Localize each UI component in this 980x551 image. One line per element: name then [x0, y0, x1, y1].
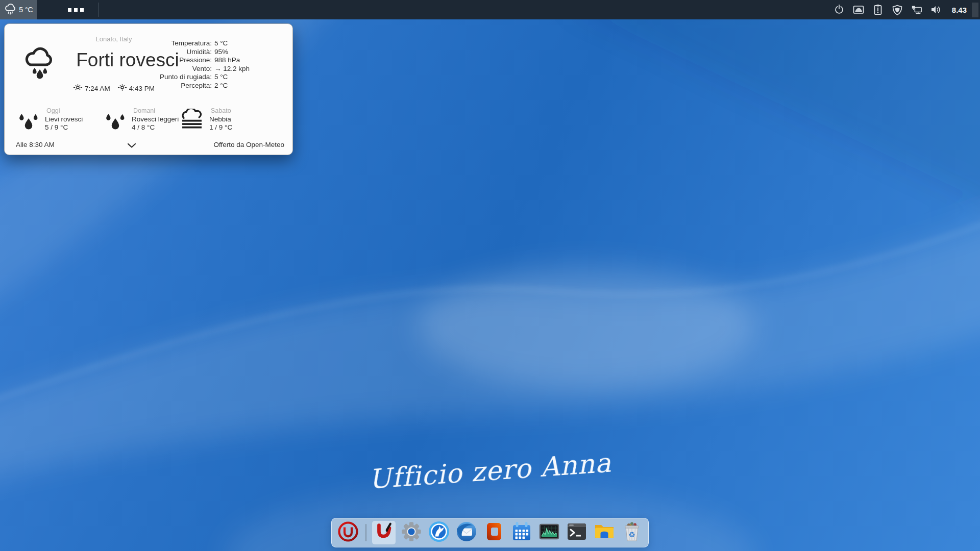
system-tray: 8.43	[829, 0, 980, 19]
rain-drops-icon	[105, 110, 126, 133]
sunset-icon	[117, 83, 127, 94]
shield-icon[interactable]	[892, 4, 903, 15]
calendar-icon	[511, 521, 532, 544]
weather-chip-temperature: 5 °C	[19, 6, 33, 14]
dock-separator	[365, 524, 366, 541]
panel-expander[interactable]	[972, 3, 978, 17]
dock-item-terminal[interactable]	[565, 521, 589, 544]
dock-item-calendar[interactable]	[510, 521, 533, 544]
thunderbird-icon	[456, 521, 477, 544]
forecast-item: Sabato Nebbia 1 / 9 °C	[180, 107, 232, 132]
chevron-down-icon[interactable]	[126, 141, 137, 149]
dock-item-system-monitor[interactable]	[537, 521, 561, 544]
weather-attribution: Offerto da Open-Meteo	[213, 141, 284, 148]
weather-popup: Lonato, Italy Forti rovesci	[4, 23, 293, 155]
dock-item-office[interactable]	[482, 521, 506, 544]
dock-item-librewolf[interactable]	[427, 521, 451, 544]
sunrise-icon	[73, 83, 83, 94]
clipboard-alert-icon[interactable]	[872, 4, 884, 15]
three-dots-icon[interactable]	[68, 0, 84, 19]
dock-item-settings[interactable]	[400, 521, 423, 544]
detail-label: Pressione:	[160, 56, 212, 65]
detail-value: 5 °C	[214, 73, 250, 82]
detail-label: Vento:	[160, 65, 212, 73]
forecast-temps: 1 / 9 °C	[209, 123, 232, 132]
gear-icon	[401, 521, 422, 544]
detail-value: 988 hPa	[214, 56, 250, 65]
forecast-condition: Nebbia	[209, 115, 232, 124]
dock-item-thunderbird[interactable]	[455, 521, 478, 544]
volume-icon[interactable]	[930, 4, 942, 15]
power-icon[interactable]	[834, 4, 845, 15]
office-icon	[484, 521, 504, 544]
detail-value: 95%	[214, 48, 250, 57]
detail-label: Temperatura:	[160, 39, 212, 48]
detail-label: Percepita:	[160, 82, 212, 90]
system-monitor-icon	[538, 521, 560, 544]
dock: ♻	[331, 518, 649, 547]
forecast-temps: 4 / 8 °C	[132, 123, 179, 132]
terminal-icon	[566, 521, 587, 544]
detail-label: Umidità:	[160, 48, 212, 57]
dock-item-trash[interactable]: ♻	[620, 521, 644, 544]
dock-item-files[interactable]	[593, 521, 616, 544]
dock-item-app-menu[interactable]	[336, 521, 360, 544]
heavy-showers-icon	[23, 46, 57, 85]
wallpaper-icon[interactable]	[853, 4, 864, 15]
uz-pen-icon	[374, 521, 394, 544]
rain-drops-icon	[18, 110, 39, 133]
trash-full-icon: ♻	[621, 520, 643, 545]
detail-value: → 12.2 kph	[214, 65, 250, 73]
dock-item-uz-pen-app[interactable]	[372, 521, 396, 544]
top-panel: 5 °C	[0, 0, 980, 19]
detail-value: 2 °C	[214, 82, 250, 90]
clock[interactable]: 8.43	[952, 6, 967, 14]
forecast-day: Domani	[133, 107, 179, 115]
forecast-item: Oggi Lievi rovesci 5 / 9 °C	[18, 107, 83, 133]
network-icon[interactable]	[911, 4, 922, 15]
desktop-wallpaper: Ufficio zero Anna 5 °C	[0, 0, 980, 551]
rain-cloud-icon	[4, 2, 17, 18]
ufficio-zero-logo-icon	[337, 520, 359, 545]
librewolf-icon	[428, 521, 450, 544]
weather-updated-time: Alle 8:30 AM	[16, 141, 55, 148]
folder-icon	[594, 521, 615, 544]
sunset-time: 4:43 PM	[129, 85, 155, 92]
panel-separator	[98, 3, 99, 17]
fog-icon	[180, 109, 204, 132]
wallpaper-signature: Ufficio zero Anna	[368, 447, 612, 494]
forecast-condition: Rovesci leggeri	[132, 115, 179, 124]
forecast-temps: 5 / 9 °C	[45, 123, 83, 132]
weather-indicator-chip[interactable]: 5 °C	[0, 0, 37, 19]
forecast-item: Domani Rovesci leggeri 4 / 8 °C	[105, 107, 179, 133]
detail-value: 5 °C	[214, 39, 250, 48]
sunrise-time: 7:24 AM	[85, 85, 110, 92]
forecast-day: Oggi	[46, 107, 83, 115]
forecast-condition: Lievi rovesci	[45, 115, 83, 124]
svg-text:♻: ♻	[628, 530, 635, 539]
weather-details: Temperatura: 5 °C Umidità: 95% Pressione…	[160, 39, 250, 90]
detail-label: Punto di rugiada:	[160, 73, 212, 82]
forecast-day: Sabato	[211, 107, 232, 115]
